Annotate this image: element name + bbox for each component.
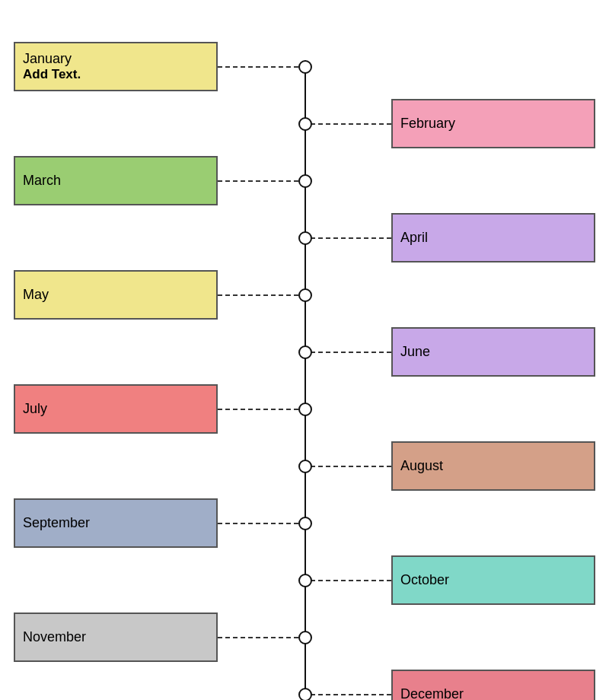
dashed-january	[218, 66, 298, 68]
node-october	[298, 574, 312, 587]
left-box-july: July	[14, 384, 218, 434]
label-april: April	[400, 230, 428, 246]
label-june: June	[400, 344, 430, 360]
node-december	[298, 688, 312, 701]
dashed-september	[218, 523, 298, 524]
label-february: February	[400, 116, 455, 132]
label-november: November	[23, 629, 209, 645]
right-box-april: April	[391, 213, 595, 262]
left-box-march: March	[14, 156, 218, 205]
node-march	[298, 174, 312, 188]
label-august: August	[400, 458, 443, 474]
node-february	[298, 117, 312, 131]
page-heading	[0, 0, 609, 38]
node-september	[298, 517, 312, 530]
label-july: July	[23, 401, 209, 417]
vertical-line	[304, 67, 306, 701]
left-box-september: September	[14, 498, 218, 548]
right-box-june: June	[391, 327, 595, 377]
label-september: September	[23, 515, 209, 531]
node-may	[298, 288, 312, 302]
dashed-april	[311, 237, 391, 239]
right-box-december: December	[391, 670, 595, 700]
dashed-march	[218, 180, 298, 182]
label-december: December	[400, 686, 464, 700]
right-box-august: August	[391, 441, 595, 491]
dashed-december	[311, 694, 391, 695]
node-november	[298, 631, 312, 644]
dashed-june	[311, 352, 391, 353]
node-july	[298, 402, 312, 416]
label-may: May	[23, 287, 209, 303]
dashed-may	[218, 294, 298, 296]
left-box-january: JanuaryAdd Text.	[14, 42, 218, 91]
dashed-october	[311, 580, 391, 581]
dashed-august	[311, 466, 391, 467]
dashed-july	[218, 409, 298, 410]
node-january	[298, 60, 312, 74]
label-march: March	[23, 173, 209, 189]
label-october: October	[400, 572, 449, 588]
node-august	[298, 460, 312, 473]
sublabel-january: Add Text.	[23, 67, 209, 82]
left-box-may: May	[14, 270, 218, 320]
node-april	[298, 231, 312, 245]
timeline-container: JanuaryAdd Text.FebruaryMarchAprilMayJun…	[0, 38, 609, 700]
right-box-february: February	[391, 99, 595, 148]
dashed-february	[311, 123, 391, 125]
dashed-november	[218, 637, 298, 638]
left-box-november: November	[14, 612, 218, 662]
label-january: January	[23, 51, 209, 67]
node-june	[298, 345, 312, 359]
right-box-october: October	[391, 555, 595, 605]
